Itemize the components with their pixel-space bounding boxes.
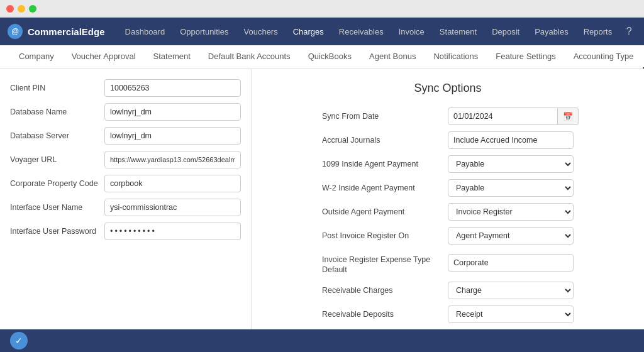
accrual-journals-label: Accrual Journals: [322, 136, 448, 145]
iface-user-name-input[interactable]: [104, 199, 241, 216]
client-pin-input[interactable]: [104, 79, 241, 97]
post-invoice-register-label: Post Invoice Register On: [322, 231, 448, 240]
help-icon[interactable]: ?: [619, 22, 638, 41]
voyager-url-row: Voyager URL: [10, 151, 241, 168]
maximize-button[interactable]: [29, 5, 36, 13]
bottom-bar: ✓: [0, 329, 644, 352]
nav-charges[interactable]: Charges: [286, 18, 331, 45]
top-nav: @ CommercialEdge Dashboard Opportunities…: [0, 18, 644, 45]
tab-feature-settings[interactable]: Feature Settings: [487, 45, 564, 69]
invoice-register-expense-label: Invoice Register Expense Type Default: [322, 251, 448, 275]
sync-from-date-input[interactable]: [448, 107, 558, 125]
nav-right: ? 🗂 ⚙ A: [619, 22, 644, 41]
client-pin-row: Client PIN: [10, 79, 241, 97]
sync-form: Sync From Date 📅 Accrual Journals 1099 I…: [322, 107, 574, 350]
db-name-input[interactable]: [104, 103, 241, 121]
nav-receivables[interactable]: Receivables: [331, 18, 391, 45]
corp-prop-code-row: Corporate Property Code: [10, 175, 241, 192]
tab-bar: Company Voucher Approval Statement Defau…: [0, 45, 644, 69]
db-name-label: Database Name: [10, 107, 104, 116]
receivable-deposits-row: Receivable Deposits Receipt Charge: [322, 305, 574, 323]
nav-invoice[interactable]: Invoice: [391, 18, 432, 45]
iface-user-name-label: Interface User Name: [10, 203, 104, 212]
nav-opportunities[interactable]: Opportunities: [172, 18, 236, 45]
iface-user-name-row: Interface User Name: [10, 199, 241, 216]
nav-deposit[interactable]: Deposit: [484, 18, 527, 45]
nav-reports[interactable]: Reports: [576, 18, 620, 45]
db-server-input[interactable]: [104, 127, 241, 145]
receivable-charges-select[interactable]: Charge Receipt: [448, 282, 574, 299]
receivable-charges-label: Receivable Charges: [322, 286, 448, 295]
sync-options-title: Sync Options: [267, 82, 629, 95]
main-content: Client PIN Database Name Database Server…: [0, 69, 644, 350]
iface-user-pass-label: Interface User Password: [10, 227, 104, 236]
db-server-row: Database Server: [10, 127, 241, 145]
receivable-charges-row: Receivable Charges Charge Receipt: [322, 282, 574, 299]
outside-agent-payment-label: Outside Agent Payment: [322, 207, 448, 216]
corp-prop-code-input[interactable]: [104, 175, 241, 192]
left-panel: Client PIN Database Name Database Server…: [0, 69, 252, 350]
outside-agent-payment-select[interactable]: Invoice Register Payable: [448, 203, 574, 221]
tab-agent-bonus[interactable]: Agent Bonus: [360, 45, 425, 69]
voyager-url-input[interactable]: [104, 151, 241, 168]
app-name: CommercialEdge: [28, 26, 105, 37]
close-button[interactable]: [6, 5, 14, 13]
sync-from-date-label: Sync From Date: [322, 112, 448, 121]
client-pin-label: Client PIN: [10, 84, 104, 92]
invoice-register-expense-row: Invoice Register Expense Type Default: [322, 251, 574, 275]
iface-user-pass-input[interactable]: [104, 223, 241, 240]
tab-company[interactable]: Company: [10, 45, 63, 69]
sync-from-date-row: Sync From Date 📅: [322, 107, 574, 125]
accrual-journals-input[interactable]: [448, 131, 574, 149]
tab-statement[interactable]: Statement: [145, 45, 199, 69]
title-bar: [0, 0, 644, 18]
w2-agent-payment-select[interactable]: Payable Receipt: [448, 179, 574, 197]
nav-items: Dashboard Opportunities Vouchers Charges…: [118, 18, 620, 45]
db-name-row: Database Name: [10, 103, 241, 121]
1099-agent-payment-row: 1099 Inside Agent Payment Payable Receip…: [322, 155, 574, 173]
outside-agent-payment-row: Outside Agent Payment Invoice Register P…: [322, 203, 574, 221]
db-server-label: Database Server: [10, 131, 104, 140]
corp-prop-code-label: Corporate Property Code: [10, 179, 104, 188]
nav-payables[interactable]: Payables: [527, 18, 575, 45]
tab-accounting-type[interactable]: Accounting Type: [565, 45, 643, 69]
voyager-url-label: Voyager URL: [10, 155, 104, 164]
1099-agent-payment-label: 1099 Inside Agent Payment: [322, 160, 448, 168]
tab-default-bank-accounts[interactable]: Default Bank Accounts: [199, 45, 299, 69]
calendar-icon[interactable]: 📅: [558, 107, 579, 125]
receivable-deposits-select[interactable]: Receipt Charge: [448, 305, 574, 323]
tab-notifications[interactable]: Notifications: [425, 45, 487, 69]
invoice-register-expense-input[interactable]: [448, 254, 574, 272]
nav-dashboard[interactable]: Dashboard: [118, 18, 173, 45]
minimize-button[interactable]: [18, 5, 25, 13]
accrual-journals-row: Accrual Journals: [322, 131, 574, 149]
sync-from-date-field: 📅: [448, 107, 579, 125]
right-panel: Sync Options Sync From Date 📅 Accrual Jo…: [252, 69, 644, 350]
iface-user-pass-row: Interface User Password: [10, 223, 241, 240]
w2-agent-payment-label: W-2 Inside Agent Payment: [322, 184, 448, 192]
tab-quickbooks[interactable]: QuickBooks: [299, 45, 360, 69]
logo-icon: @: [8, 24, 23, 39]
nav-statement[interactable]: Statement: [432, 18, 484, 45]
post-invoice-register-select[interactable]: Agent Payment Invoice Date: [448, 227, 574, 245]
tab-voucher-approval[interactable]: Voucher Approval: [63, 45, 145, 69]
1099-agent-payment-select[interactable]: Payable Receipt: [448, 155, 574, 173]
nav-vouchers[interactable]: Vouchers: [236, 18, 285, 45]
receivable-deposits-label: Receivable Deposits: [322, 310, 448, 319]
post-invoice-register-row: Post Invoice Register On Agent Payment I…: [322, 227, 574, 245]
bottom-action-icon[interactable]: ✓: [10, 332, 28, 349]
logo: @ CommercialEdge: [8, 24, 105, 39]
w2-agent-payment-row: W-2 Inside Agent Payment Payable Receipt: [322, 179, 574, 197]
